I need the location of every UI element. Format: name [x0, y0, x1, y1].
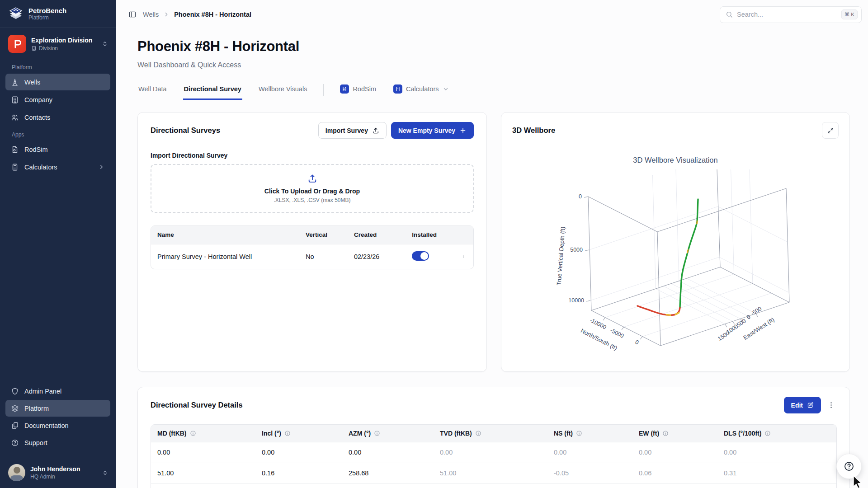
cell-ns: -0.05	[547, 463, 632, 483]
directional-surveys-card: Directional Surveys Import Survey New Em…	[137, 112, 487, 372]
details-menu-kebab-icon[interactable]	[826, 399, 837, 411]
ew-tick: 0	[745, 314, 751, 321]
help-fab-button[interactable]	[836, 454, 862, 479]
sidebar-item-calculators[interactable]: Calculators	[5, 159, 110, 175]
copy-docs-icon	[11, 422, 19, 430]
cell-dls: 0.31	[717, 463, 836, 483]
info-icon[interactable]	[576, 430, 582, 436]
card-title: Directional Surveys	[151, 126, 220, 135]
col-header-ns: NS (ft)	[547, 425, 632, 442]
import-section-label: Import Directional Survey	[151, 152, 474, 159]
division-switcher[interactable]: Exploration Division Division	[0, 28, 116, 59]
tab-directional-survey[interactable]: Directional Survey	[183, 81, 242, 100]
col-header-vertical: Vertical	[299, 226, 348, 244]
search-icon	[726, 11, 733, 18]
fullscreen-button[interactable]	[822, 122, 839, 139]
breadcrumb-wells[interactable]: Wells	[143, 11, 159, 18]
topbar: Wells Phoenix #8H - Horizontal ⌘ K	[116, 0, 868, 29]
help-circle-icon	[844, 461, 854, 472]
sidebar-item-label: Contacts	[24, 114, 50, 121]
cell-dls: 0.00	[717, 442, 836, 463]
panel-toggle-icon[interactable]	[128, 10, 137, 19]
cell-azm[interactable]: 258.68	[342, 463, 434, 483]
tab-well-data[interactable]: Well Data	[137, 81, 168, 100]
page-title: Phoenix #8H - Horizontal	[137, 38, 850, 55]
sidebar-item-label: Platform	[24, 405, 49, 412]
cell-md[interactable]: 148.00	[151, 483, 255, 488]
dropzone-hint: .XLSX, .XLS, .CSV (max 50MB)	[274, 197, 350, 203]
info-icon[interactable]	[284, 430, 291, 436]
upload-dropzone[interactable]: Click To Upload Or Drag & Drop .XLSX, .X…	[151, 164, 474, 213]
table-row[interactable]: 148.00 0.18 280.95 148.00 -0.05 -0.23 0.…	[151, 483, 836, 488]
col-header-azm: AZM (°)	[342, 425, 434, 442]
info-icon[interactable]	[475, 430, 481, 436]
info-icon[interactable]	[190, 430, 196, 436]
cell-md[interactable]: 51.00	[151, 463, 255, 483]
sidebar-item-wells[interactable]: Wells	[5, 74, 110, 90]
cell-dls: 0.07	[717, 483, 836, 488]
col-header-tvd: TVD (ftKB)	[434, 425, 547, 442]
cell-tvd: 0.00	[434, 442, 547, 463]
brand: PetroBench Platform	[0, 0, 116, 28]
new-empty-survey-button[interactable]: New Empty Survey	[391, 122, 474, 139]
sidebar-item-contacts[interactable]: Contacts	[5, 109, 110, 126]
chevron-right-icon	[163, 11, 170, 18]
building-small-icon	[31, 46, 37, 51]
installed-toggle[interactable]	[412, 251, 429, 261]
user-role: HQ Admin	[30, 474, 97, 480]
survey-vertical: No	[299, 244, 348, 269]
table-row[interactable]: 51.00 0.16 258.68 51.00 -0.05 0.06 0.31	[151, 463, 836, 483]
sidebar-item-rodsim[interactable]: RodSim	[5, 141, 110, 158]
surveys-table: Name Vertical Created Installed Primary …	[151, 225, 474, 269]
cell-incl[interactable]: 0.16	[255, 463, 342, 483]
cell-azm[interactable]: 280.95	[342, 483, 434, 488]
cell-incl[interactable]: 0.18	[255, 483, 342, 488]
info-icon[interactable]	[374, 430, 380, 436]
col-header-incl: Incl (°)	[255, 425, 342, 442]
table-row[interactable]: Primary Survey - Horizontal Well No 02/2…	[151, 244, 473, 269]
tab-wellbore-visuals[interactable]: Wellbore Visuals	[258, 81, 308, 100]
breadcrumb-current: Phoenix #8H - Horizontal	[174, 11, 251, 18]
global-search[interactable]: ⌘ K	[720, 6, 862, 23]
building-icon	[11, 96, 19, 104]
search-shortcut-badge: ⌘ K	[841, 9, 858, 19]
col-header-md: MD (ftKB)	[151, 425, 255, 442]
sidebar-item-platform[interactable]: Platform	[5, 400, 110, 417]
tab-rodsim[interactable]: RodSim	[339, 80, 377, 101]
sidebar-item-label: Calculators	[24, 164, 57, 171]
plot-axis-titles: True Vertical Depth (ft) North/South (ft…	[555, 226, 775, 352]
wellbore-3d-plot[interactable]: 0 5000 10000 -10000 -5000 0 1500 1000 50…	[518, 169, 837, 364]
sidebar-item-support[interactable]: Support	[5, 434, 110, 451]
tab-calculators[interactable]: Calculators	[392, 80, 450, 101]
ew-tick: -500	[750, 305, 763, 317]
info-icon[interactable]	[764, 430, 771, 436]
import-survey-button[interactable]: Import Survey	[318, 122, 387, 139]
chevron-updown-icon	[101, 40, 108, 47]
cell-ew: 0.00	[632, 442, 717, 463]
avatar	[8, 464, 25, 481]
sidebar-item-label: RodSim	[24, 146, 48, 153]
row-menu-kebab-icon[interactable]	[460, 251, 467, 262]
sidebar-item-documentation[interactable]: Documentation	[5, 417, 110, 434]
sidebar-item-admin-panel[interactable]: Admin Panel	[5, 383, 110, 399]
edit-button[interactable]: Edit	[784, 397, 821, 413]
cell-incl[interactable]: 0.00	[255, 442, 342, 463]
help-circle-icon	[11, 439, 19, 447]
sidebar-section-platform: Platform	[0, 59, 116, 73]
edit-pencil-icon	[807, 402, 814, 408]
tvd-tick: 10000	[568, 297, 584, 304]
ns-tick: -10000	[589, 317, 607, 330]
table-row[interactable]: 0.00 0.00 0.00 0.00 0.00 0.00 0.00	[151, 442, 836, 463]
sidebar-item-label: Documentation	[24, 422, 69, 429]
search-input[interactable]	[737, 11, 837, 18]
division-logo-icon	[8, 35, 26, 53]
cell-md[interactable]: 0.00	[151, 442, 255, 463]
user-menu[interactable]: John Henderson HQ Admin	[0, 458, 116, 488]
cell-azm[interactable]: 0.00	[342, 442, 434, 463]
brand-name: PetroBench	[28, 7, 66, 14]
wellbore-trajectory	[637, 199, 698, 315]
sidebar-item-company[interactable]: Company	[5, 91, 110, 108]
info-icon[interactable]	[662, 430, 669, 436]
tvd-axis-title: True Vertical Depth (ft)	[555, 226, 566, 286]
survey-details-card: Directional Survey Details Edit MD (ftKB…	[137, 387, 850, 488]
